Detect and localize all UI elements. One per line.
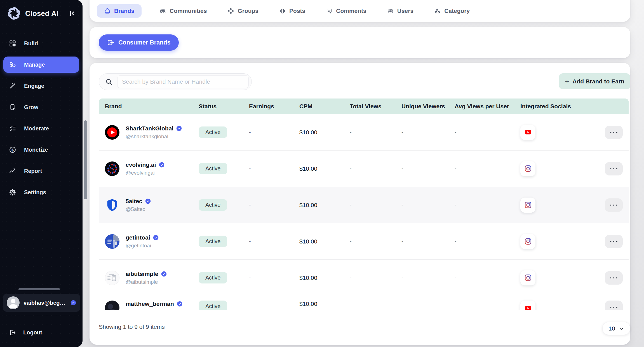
- avg-views-value: -: [448, 202, 514, 208]
- sidebar-item-manage[interactable]: Manage: [3, 57, 79, 73]
- status-badge: Active: [199, 163, 227, 174]
- brand-cell: evolving.ai @evolvingai: [99, 161, 192, 176]
- row-more-button[interactable]: [605, 271, 623, 285]
- table-row[interactable]: SharkTankGlobal @sharktankglobal Active …: [99, 114, 629, 151]
- instagram-icon[interactable]: [520, 161, 535, 176]
- sidebar-item-grow[interactable]: Grow: [0, 97, 83, 118]
- closed-ai-logo-icon: [6, 6, 22, 21]
- tab-groups[interactable]: Groups: [225, 4, 261, 18]
- logout-label: Logout: [23, 329, 42, 336]
- verified-badge-icon: [159, 162, 165, 168]
- unique-viewers-value: -: [395, 238, 448, 245]
- table-row[interactable]: getintoai @getintoai Active - $10.00 - -…: [99, 223, 629, 260]
- brand-handle: @evolvingai: [126, 170, 165, 176]
- sidebar-item-settings[interactable]: Settings: [0, 182, 83, 203]
- tab-comments[interactable]: Comments: [323, 4, 369, 18]
- brand-name: aibutsimple: [126, 271, 158, 277]
- cpm-value: $10.00: [293, 129, 344, 136]
- pagination-summary: Showing 1 to 9 of 9 items: [99, 323, 165, 330]
- status-badge: Active: [199, 236, 227, 247]
- column-status: Status: [192, 103, 243, 110]
- youtube-icon[interactable]: [520, 125, 535, 140]
- sidebar-collapse-button[interactable]: [67, 8, 77, 18]
- column-cpm: CPM: [293, 103, 344, 110]
- brand-cell: matthew_berman: [99, 296, 192, 310]
- tab-brands[interactable]: Brands: [97, 4, 142, 18]
- sidebar-item-monetize[interactable]: $ Monetize: [0, 139, 83, 160]
- avg-views-value: -: [448, 275, 514, 281]
- total-views-value: [344, 296, 395, 301]
- instagram-icon[interactable]: [520, 234, 535, 249]
- row-more-button[interactable]: [605, 198, 623, 212]
- sidebar-nav: Build Manage Engage Grow Moderate $ Mone…: [0, 33, 83, 203]
- brand-cell: 5aitec @5aitec: [99, 198, 192, 212]
- brand-name: matthew_berman: [126, 301, 174, 307]
- earnings-value: [243, 296, 293, 301]
- tab-posts[interactable]: Posts: [276, 4, 308, 18]
- verified-badge-icon: [145, 198, 151, 204]
- tab-users[interactable]: Users: [384, 4, 416, 18]
- table-body: SharkTankGlobal @sharktankglobal Active …: [99, 114, 629, 310]
- search-icon: [105, 78, 113, 86]
- cpm-value: $10.00: [293, 238, 344, 245]
- cpm-value: $10.00: [293, 275, 344, 281]
- search-box: [99, 73, 252, 90]
- build-icon: [9, 40, 16, 47]
- tab-category[interactable]: Category: [431, 4, 473, 18]
- sidebar-scrollbar[interactable]: [84, 120, 87, 199]
- brand-avatar: [105, 125, 119, 140]
- instagram-icon[interactable]: [520, 198, 535, 213]
- row-more-button[interactable]: [605, 235, 623, 248]
- manage-icon: [9, 61, 16, 68]
- column-integrated-socials: Integrated Socials: [514, 103, 593, 110]
- brand-avatar: [105, 161, 119, 176]
- total-views-value: -: [344, 165, 395, 172]
- user-email: vaibhav@begenu...: [23, 300, 66, 306]
- add-brand-button[interactable]: + Add Brand to Earn: [559, 73, 630, 89]
- settings-icon: [9, 189, 16, 196]
- sidebar-item-moderate[interactable]: Moderate: [0, 118, 83, 139]
- table-row[interactable]: matthew_berman Active $10.00: [99, 296, 629, 310]
- earnings-value: -: [243, 165, 293, 172]
- instagram-icon[interactable]: [520, 270, 535, 285]
- brand-card-icon: [107, 39, 114, 46]
- communities-icon: [159, 8, 166, 14]
- unique-viewers-value: -: [395, 202, 448, 208]
- table-row[interactable]: 5aitec @5aitec Active - $10.00 - - -: [99, 187, 629, 223]
- unique-viewers-value: -: [395, 275, 448, 281]
- earnings-value: -: [243, 129, 293, 135]
- tab-communities[interactable]: Communities: [157, 4, 210, 18]
- brand-handle: @getintoai: [126, 243, 159, 249]
- table-row[interactable]: evolving.ai @evolvingai Active - $10.00 …: [99, 151, 629, 187]
- search-input[interactable]: [117, 75, 249, 88]
- table-row[interactable]: aibutsimple @aibutsimple Active - $10.00…: [99, 260, 629, 296]
- avg-views-value: -: [448, 238, 514, 245]
- youtube-icon[interactable]: [520, 301, 535, 310]
- consumer-brands-button[interactable]: Consumer Brands: [99, 34, 179, 51]
- sidebar: Closed AI Build Manage Engage Grow Moder…: [0, 0, 83, 347]
- brand-handle: @5aitec: [126, 206, 151, 212]
- unique-viewers-value: -: [395, 165, 448, 172]
- brand-avatar: [105, 301, 119, 310]
- avg-views-value: -: [448, 165, 514, 172]
- column-brand: Brand: [99, 103, 192, 110]
- column-earnings: Earnings: [243, 103, 293, 110]
- row-more-button[interactable]: [605, 301, 623, 310]
- sidebar-item-report[interactable]: Report: [0, 160, 83, 182]
- row-more-button[interactable]: [605, 162, 623, 175]
- page-size-select[interactable]: 10: [602, 322, 630, 335]
- chevron-down-icon: [619, 326, 624, 331]
- sidebar-item-build[interactable]: Build: [0, 33, 83, 54]
- verified-badge-icon: [177, 301, 183, 307]
- sidebar-drag-handle[interactable]: [18, 288, 60, 290]
- sidebar-header: Closed AI: [6, 5, 77, 22]
- logout-button[interactable]: Logout: [0, 325, 83, 340]
- user-card[interactable]: vaibhav@begenu...: [3, 294, 80, 312]
- avg-views-value: [448, 296, 514, 301]
- row-more-button[interactable]: [605, 126, 623, 139]
- column-avg-views-per-user: Avg Views per User: [448, 103, 514, 110]
- sidebar-item-engage[interactable]: Engage: [0, 75, 83, 97]
- column-total-views: Total Views: [344, 103, 395, 110]
- verified-badge-icon: [176, 125, 182, 132]
- brand-name: getintoai: [126, 234, 150, 241]
